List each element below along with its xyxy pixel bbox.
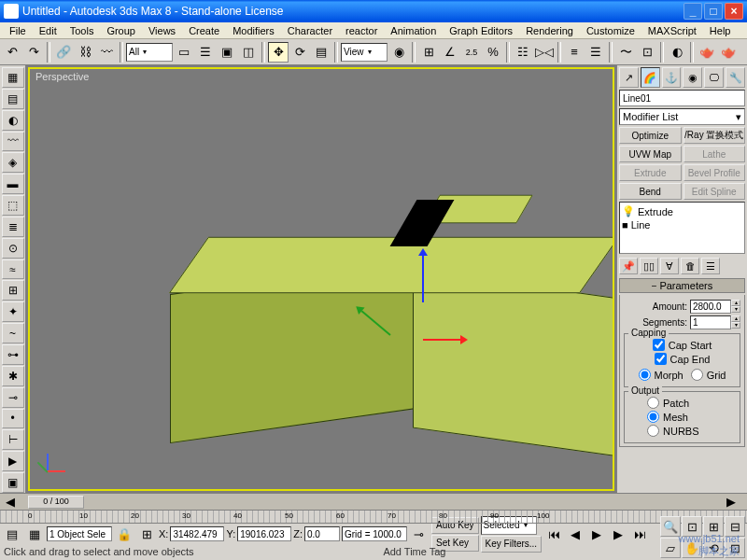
reactor-fracture-icon[interactable]: ✦	[2, 301, 24, 322]
edit-spline-button[interactable]: Edit Spline	[684, 183, 746, 200]
undo-button[interactable]: ↶	[2, 42, 22, 63]
goto-end-button[interactable]: ⏭	[629, 524, 650, 544]
reference-coord-combo[interactable]: View	[341, 43, 388, 62]
render-scene-button[interactable]: 🫖	[697, 42, 717, 63]
modify-tab[interactable]: 🌈	[641, 67, 660, 88]
cap-end-checkbox[interactable]	[655, 353, 667, 365]
selection-filter-combo[interactable]: All	[126, 43, 173, 62]
ray-displacement-button[interactable]: /Ray 置换模式	[684, 127, 746, 144]
time-next-button[interactable]: ▶	[721, 492, 741, 512]
display-tab[interactable]: 🖵	[704, 67, 724, 88]
reactor-prismatic-icon[interactable]: ⊢	[2, 429, 24, 450]
reactor-motor-icon[interactable]: ⊙	[2, 238, 24, 259]
select-and-move-button[interactable]: ✥	[268, 42, 289, 63]
motion-tab[interactable]: ◉	[683, 67, 702, 88]
menu-rendering[interactable]: Rendering	[520, 24, 579, 37]
perspective-viewport[interactable]: Perspective	[28, 67, 614, 491]
time-slider[interactable]: 0 / 100	[28, 496, 84, 509]
schematic-view-button[interactable]: ⊡	[637, 42, 657, 63]
select-object-button[interactable]: ▭	[174, 42, 194, 63]
next-frame-button[interactable]: ▶	[608, 524, 628, 544]
reactor-constraint-icon[interactable]: ⊶	[2, 344, 24, 365]
patch-radio[interactable]	[647, 397, 659, 409]
menu-help[interactable]: Help	[704, 24, 737, 37]
abs-rel-button[interactable]: ⊞	[136, 524, 157, 544]
z-field[interactable]	[304, 526, 340, 541]
x-field[interactable]	[170, 526, 224, 541]
time-slider-track[interactable]: ◀ 0 / 100 ▶	[0, 494, 747, 511]
reactor-ragdoll-icon[interactable]: ✱	[2, 366, 24, 386]
amount-up-button[interactable]: ▴	[731, 300, 740, 306]
menu-character[interactable]: Character	[282, 24, 338, 37]
optimize-button[interactable]: Optimize	[619, 127, 682, 144]
reactor-spring-icon[interactable]: ⬚	[2, 195, 24, 216]
time-prev-button[interactable]: ◀	[0, 492, 21, 512]
link-button[interactable]: 🔗	[53, 42, 74, 63]
close-button[interactable]: ×	[725, 3, 743, 20]
minimize-button[interactable]: _	[684, 3, 702, 20]
bend-button[interactable]: Bend	[619, 183, 682, 200]
mesh-radio[interactable]	[647, 411, 659, 423]
grid-radio[interactable]	[691, 369, 703, 381]
play-button[interactable]: ▶	[586, 524, 607, 544]
quick-render-button[interactable]: 🫖	[718, 42, 739, 63]
angle-snap-button[interactable]: ∠	[440, 42, 460, 63]
prev-frame-button[interactable]: ◀	[565, 524, 585, 544]
reactor-preview-button[interactable]: ▶	[2, 451, 24, 471]
menu-customize[interactable]: Customize	[581, 24, 641, 37]
stack-expand-icon[interactable]: ■	[622, 219, 628, 231]
parameters-rollout-header[interactable]: − Parameters	[619, 278, 745, 293]
select-by-name-button[interactable]: ☰	[195, 42, 216, 63]
segments-down-button[interactable]: ▾	[731, 322, 740, 329]
menu-views[interactable]: Views	[143, 24, 181, 37]
window-crossing-button[interactable]: ◫	[238, 42, 259, 63]
bevel-profile-button[interactable]: Bevel Profile	[684, 164, 746, 181]
reactor-point-icon[interactable]: •	[2, 409, 24, 429]
script-mini-button[interactable]: ▦	[24, 524, 45, 544]
menu-modifiers[interactable]: Modifiers	[227, 24, 280, 37]
hierarchy-tab[interactable]: ⚓	[662, 67, 682, 88]
maximize-button[interactable]: □	[704, 3, 723, 20]
amount-field[interactable]	[690, 300, 731, 314]
amount-down-button[interactable]: ▾	[731, 306, 740, 313]
menu-edit[interactable]: Edit	[34, 24, 63, 37]
align-button[interactable]: ≡	[564, 42, 585, 63]
morph-radio[interactable]	[639, 369, 651, 381]
spinner-snap-button[interactable]: %	[483, 42, 503, 63]
reactor-cloth-icon[interactable]: ▤	[2, 89, 24, 109]
percent-snap-button[interactable]: 2.5	[461, 42, 482, 63]
uvw-map-button[interactable]: UVW Map	[619, 146, 682, 162]
reactor-rigidbody-icon[interactable]: ▦	[2, 67, 24, 88]
pivot-button[interactable]: ◉	[388, 42, 409, 63]
modifier-stack[interactable]: 💡Extrude ■Line	[619, 202, 745, 254]
key-filters-button[interactable]: Key Filters...	[481, 536, 543, 553]
y-field[interactable]	[237, 526, 291, 541]
menu-group[interactable]: Group	[101, 24, 141, 37]
select-and-scale-button[interactable]: ▤	[311, 42, 331, 63]
menu-tools[interactable]: Tools	[64, 24, 100, 37]
segments-field[interactable]	[690, 315, 731, 329]
menu-reactor[interactable]: reactor	[340, 24, 383, 37]
bind-spacewarp-button[interactable]: 〰	[96, 42, 117, 63]
lathe-button[interactable]: Lathe	[684, 146, 746, 162]
snap-toggle-button[interactable]: ⊞	[418, 42, 439, 63]
nurbs-radio[interactable]	[647, 425, 659, 437]
material-editor-button[interactable]: ◐	[667, 42, 687, 63]
named-selection-button[interactable]: ☷	[513, 42, 533, 63]
remove-modifier-button[interactable]: 🗑	[681, 258, 699, 274]
menu-animation[interactable]: Animation	[385, 24, 442, 37]
utilities-tab[interactable]: 🔧	[726, 67, 745, 88]
make-unique-button[interactable]: ∀	[660, 258, 679, 274]
layers-button[interactable]: ☰	[585, 42, 606, 63]
unlink-button[interactable]: ⛓	[75, 42, 95, 63]
segments-up-button[interactable]: ▴	[731, 315, 740, 322]
redo-button[interactable]: ↷	[23, 42, 44, 63]
reactor-analyze-button[interactable]: ▣	[2, 472, 24, 493]
goto-start-button[interactable]: ⏮	[543, 524, 564, 544]
add-time-tag-button[interactable]: Add Time Tag	[383, 546, 445, 557]
lock-selection-button[interactable]: 🔒	[114, 524, 134, 544]
create-tab[interactable]: ↗	[619, 67, 639, 88]
select-and-rotate-button[interactable]: ⟳	[289, 42, 310, 63]
script-listener-button[interactable]: ▤	[2, 524, 22, 544]
reactor-hinge-icon[interactable]: ⊸	[2, 387, 24, 408]
